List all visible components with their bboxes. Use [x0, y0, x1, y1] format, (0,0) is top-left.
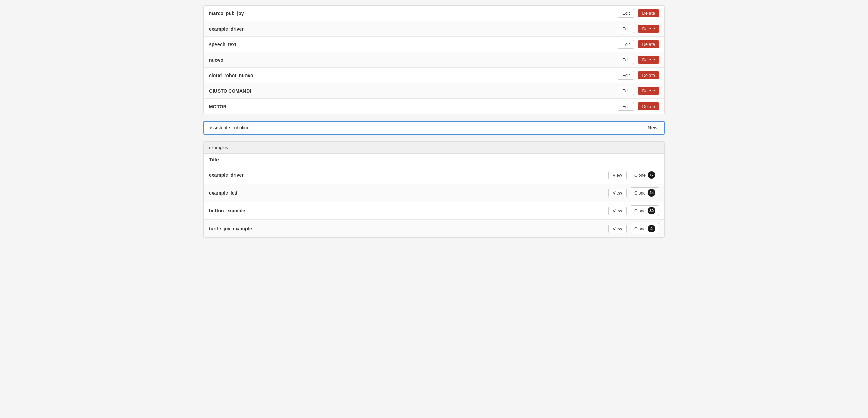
- row-name: MOTOR: [209, 104, 618, 109]
- new-item-input[interactable]: [204, 122, 641, 134]
- example-actions: ViewClone30: [608, 205, 659, 216]
- table-row: marco_pub_joyEditDelete: [204, 6, 664, 21]
- delete-button[interactable]: Delete: [638, 25, 659, 33]
- row-name: example_driver: [209, 26, 618, 32]
- new-item-form: New: [203, 121, 665, 135]
- example-row: button_exampleViewClone30: [204, 202, 664, 220]
- clone-button[interactable]: Clone30: [631, 205, 659, 216]
- edit-button[interactable]: Edit: [618, 87, 634, 95]
- clone-badge: 77: [648, 171, 655, 179]
- view-button[interactable]: View: [608, 225, 627, 233]
- example-actions: ViewClone2: [608, 223, 659, 234]
- delete-button[interactable]: Delete: [638, 87, 659, 95]
- row-actions: EditDelete: [618, 56, 659, 64]
- table-row: nuovoEditDelete: [204, 52, 664, 68]
- clone-label: Clone: [634, 173, 646, 178]
- clone-badge: 44: [648, 189, 655, 197]
- examples-container: examples Title example_driverViewClone77…: [203, 141, 665, 238]
- example-row: turtle_joy_exampleViewClone2: [204, 220, 664, 237]
- examples-title-row: Title: [204, 154, 664, 166]
- clone-label: Clone: [634, 208, 646, 213]
- row-name: nuovo: [209, 57, 618, 63]
- examples-title-col: Title: [209, 157, 219, 162]
- table-row: MOTOREditDelete: [204, 99, 664, 114]
- delete-button[interactable]: Delete: [638, 102, 659, 110]
- example-row: example_ledViewClone44: [204, 184, 664, 202]
- view-button[interactable]: View: [608, 207, 627, 215]
- edit-button[interactable]: Edit: [618, 102, 634, 111]
- delete-button[interactable]: Delete: [638, 56, 659, 64]
- example-row: example_driverViewClone77: [204, 166, 664, 184]
- row-actions: EditDelete: [618, 102, 659, 111]
- examples-label: examples: [209, 145, 228, 150]
- row-name: speech_text: [209, 42, 618, 47]
- edit-button[interactable]: Edit: [618, 40, 634, 49]
- examples-header: examples: [204, 142, 664, 154]
- edit-button[interactable]: Edit: [618, 56, 634, 64]
- row-name: marco_pub_joy: [209, 11, 618, 16]
- row-actions: EditDelete: [618, 71, 659, 80]
- row-actions: EditDelete: [618, 87, 659, 95]
- programs-table: marco_pub_joyEditDeleteexample_driverEdi…: [203, 5, 665, 114]
- edit-button[interactable]: Edit: [618, 25, 634, 33]
- row-actions: EditDelete: [618, 9, 659, 18]
- example-actions: ViewClone44: [608, 187, 659, 198]
- table-row: speech_textEditDelete: [204, 37, 664, 52]
- delete-button[interactable]: Delete: [638, 71, 659, 79]
- clone-button[interactable]: Clone2: [631, 223, 659, 234]
- example-name: example_led: [209, 190, 608, 196]
- example-name: example_driver: [209, 172, 608, 178]
- edit-button[interactable]: Edit: [618, 71, 634, 80]
- delete-button[interactable]: Delete: [638, 40, 659, 48]
- clone-badge: 2: [648, 225, 655, 232]
- table-row: example_driverEditDelete: [204, 21, 664, 37]
- new-button[interactable]: New: [641, 122, 664, 134]
- edit-button[interactable]: Edit: [618, 9, 634, 18]
- clone-label: Clone: [634, 226, 646, 231]
- row-name: cloud_robot_nuovo: [209, 73, 618, 78]
- clone-label: Clone: [634, 190, 646, 196]
- example-actions: ViewClone77: [608, 170, 659, 180]
- clone-button[interactable]: Clone44: [631, 187, 659, 198]
- example-name: button_example: [209, 208, 608, 213]
- table-row: cloud_robot_nuovoEditDelete: [204, 68, 664, 83]
- example-name: turtle_joy_example: [209, 226, 608, 231]
- page-container: marco_pub_joyEditDeleteexample_driverEdi…: [198, 0, 670, 243]
- view-button[interactable]: View: [608, 171, 627, 179]
- delete-button[interactable]: Delete: [638, 9, 659, 17]
- clone-badge: 30: [648, 207, 655, 214]
- view-button[interactable]: View: [608, 189, 627, 197]
- clone-button[interactable]: Clone77: [631, 170, 659, 180]
- row-name: GIUSTO COMANDI: [209, 88, 618, 94]
- row-actions: EditDelete: [618, 40, 659, 49]
- row-actions: EditDelete: [618, 25, 659, 33]
- table-row: GIUSTO COMANDIEditDelete: [204, 83, 664, 99]
